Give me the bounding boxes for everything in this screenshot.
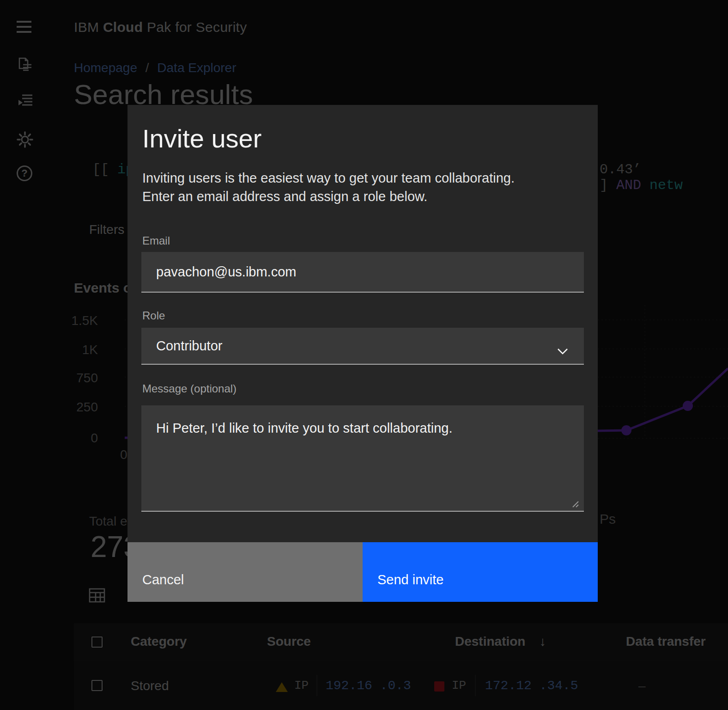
chevron-down-icon — [557, 343, 568, 358]
send-invite-button[interactable]: Send invite — [363, 542, 598, 602]
modal-title: Invite user — [142, 123, 261, 153]
role-selected-value: Contributor — [156, 338, 222, 354]
modal-footer: Cancel Send invite — [127, 542, 598, 602]
modal-description: Inviting users is the easiest way to get… — [142, 169, 515, 206]
message-textarea[interactable]: Hi Peter, I’d like to invite you to star… — [141, 405, 584, 512]
cancel-button[interactable]: Cancel — [127, 542, 363, 602]
role-label: Role — [142, 309, 165, 322]
email-label: Email — [142, 234, 170, 247]
email-field[interactable] — [141, 252, 584, 293]
role-select[interactable]: Contributor — [141, 328, 584, 365]
invite-user-modal: Invite user Inviting users is the easies… — [127, 105, 598, 602]
message-label: Message (optional) — [142, 382, 237, 395]
app-window: ? IBM Cloud Pak for Security Homepage / … — [0, 0, 728, 710]
resize-handle-icon[interactable] — [570, 499, 579, 510]
